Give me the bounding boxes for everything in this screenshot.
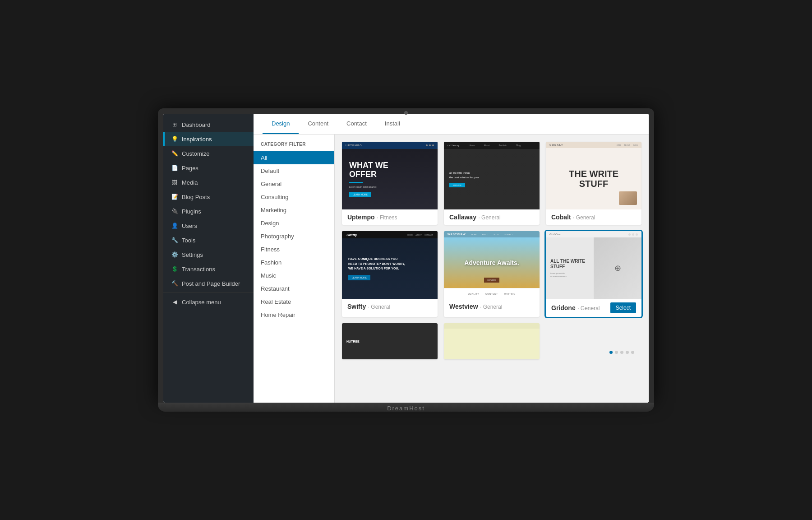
callaway-name: Callaway · General	[449, 213, 501, 221]
screen: ⊞ Dashboard 💡 Inspirations ✏️ Customize …	[163, 114, 649, 403]
sidebar-item-settings[interactable]: ⚙️ Settings	[163, 247, 254, 262]
themes-row-3: NUTREE	[342, 323, 641, 359]
theme-card-partial-2[interactable]	[444, 323, 540, 359]
callaway-info: Callaway · General	[444, 209, 540, 225]
sidebar-item-label: Post and Page Builder	[182, 280, 240, 287]
filter-item-default[interactable]: Default	[254, 164, 334, 177]
sidebar-item-transactions[interactable]: 💲 Transactions	[163, 262, 254, 276]
sidebar-item-dashboard[interactable]: ⊞ Dashboard	[163, 117, 254, 132]
filter-title: CATEGORY FILTER	[254, 142, 334, 151]
sidebar-item-collapse[interactable]: ◀ Collapse menu	[163, 295, 254, 309]
uptempo-nav: UPTEMPO	[342, 142, 438, 149]
gridone-info: Gridone · General Select	[546, 299, 641, 317]
sidebar-item-label: Media	[182, 179, 198, 186]
theme-card-westview[interactable]: WESTVIEW HOME ABOUT BLOG CONTACT Adventu…	[444, 231, 540, 317]
pagination-container	[546, 323, 641, 359]
sidebar-item-label: Collapse menu	[182, 299, 221, 306]
pagination-dot-1[interactable]	[609, 351, 613, 354]
theme-preview-swifty: Swifty HOME ABOUT CONTACT	[342, 231, 438, 299]
laptop-base: DreamHost	[158, 403, 654, 412]
sidebar-item-label: Inspirations	[182, 136, 212, 143]
sidebar-item-users[interactable]: 👤 Users	[163, 218, 254, 233]
users-icon: 👤	[171, 222, 178, 229]
filter-item-home-repair[interactable]: Home Repair	[254, 308, 334, 321]
zoom-icon[interactable]: ⊕	[614, 263, 621, 273]
sidebar-item-post-page-builder[interactable]: 🔨 Post and Page Builder	[163, 276, 254, 291]
filter-item-photography[interactable]: Photography	[254, 230, 334, 243]
sidebar-item-label: Blog Posts	[182, 194, 210, 200]
filter-sidebar: CATEGORY FILTER All Default General Cons…	[254, 135, 335, 403]
plugins-icon: 🔌	[171, 208, 178, 215]
sidebar-item-label: Plugins	[182, 208, 201, 215]
gridone-select-button[interactable]: Select	[610, 302, 636, 313]
sidebar-item-label: Customize	[182, 150, 209, 157]
theme-preview-gridone: Grid One	[546, 231, 641, 299]
filter-item-marketing[interactable]: Marketing	[254, 204, 334, 217]
pagination-dots	[602, 349, 641, 356]
filter-item-all[interactable]: All	[254, 151, 334, 164]
theme-preview-cobalt: COBALT HOME ABOUT BLOG THE WRITEST	[546, 142, 641, 209]
theme-card-callaway[interactable]: callaway Home About Portfolio Blog all t…	[444, 142, 540, 225]
post-page-builder-icon: 🔨	[171, 280, 178, 287]
theme-card-uptempo[interactable]: UPTEMPO WHAT WEOFFER	[342, 142, 438, 225]
collapse-icon: ◀	[171, 298, 178, 306]
filter-item-general[interactable]: General	[254, 177, 334, 190]
pagination-dot-3[interactable]	[620, 351, 623, 354]
settings-icon: ⚙️	[171, 251, 178, 258]
main-content: Design Content Contact Install	[254, 114, 649, 403]
theme-preview-uptempo: UPTEMPO WHAT WEOFFER	[342, 142, 438, 209]
sidebar-item-label: Transactions	[182, 266, 215, 273]
theme-card-partial-1[interactable]: NUTREE	[342, 323, 438, 359]
pagination-dot-5[interactable]	[631, 351, 634, 354]
sidebar-item-label: Users	[182, 223, 197, 229]
sidebar-divider	[163, 292, 254, 293]
westview-info: Westview · General	[444, 299, 540, 314]
theme-preview-callaway: callaway Home About Portfolio Blog all t…	[444, 142, 540, 209]
theme-card-cobalt[interactable]: COBALT HOME ABOUT BLOG THE WRITEST	[546, 142, 641, 225]
adventure-text: Adventure Awaits.	[464, 259, 519, 266]
content-area: CATEGORY FILTER All Default General Cons…	[254, 135, 649, 403]
cobalt-info: Cobalt · General	[546, 209, 641, 225]
sidebar-item-inspirations[interactable]: 💡 Inspirations	[163, 132, 254, 146]
theme-card-gridone[interactable]: Grid One	[546, 231, 641, 317]
sidebar-item-tools[interactable]: 🔧 Tools	[163, 233, 254, 247]
sidebar-item-label: Dashboard	[182, 121, 211, 128]
screen-bezel: ⊞ Dashboard 💡 Inspirations ✏️ Customize …	[158, 108, 654, 403]
sidebar-item-label: Tools	[182, 237, 195, 244]
sidebar-item-media[interactable]: 🖼 Media	[163, 175, 254, 190]
pagination-dot-2[interactable]	[615, 351, 618, 354]
brand-label: DreamHost	[387, 405, 425, 412]
filter-item-real-estate[interactable]: Real Estate	[254, 295, 334, 308]
blog-posts-icon: 📝	[171, 193, 178, 200]
laptop-container: ⊞ Dashboard 💡 Inspirations ✏️ Customize …	[158, 108, 654, 412]
tools-icon: 🔧	[171, 237, 178, 244]
dashboard-icon: ⊞	[171, 121, 178, 128]
tab-contact[interactable]: Contact	[337, 114, 376, 134]
uptempo-hero-text: WHAT WEOFFER	[349, 161, 388, 179]
themes-row-1: UPTEMPO WHAT WEOFFER	[342, 142, 641, 225]
swifty-info: Swifty · General	[342, 299, 438, 314]
gridone-name: Gridone · General	[551, 304, 600, 312]
sidebar-item-pages[interactable]: 📄 Pages	[163, 161, 254, 175]
filter-item-fashion[interactable]: Fashion	[254, 256, 334, 269]
pagination-dot-4[interactable]	[626, 351, 629, 354]
sidebar-item-plugins[interactable]: 🔌 Plugins	[163, 204, 254, 218]
swifty-name: Swifty · General	[347, 302, 390, 311]
tab-design[interactable]: Design	[263, 114, 299, 134]
filter-item-design[interactable]: Design	[254, 217, 334, 230]
filter-item-fitness[interactable]: Fitness	[254, 243, 334, 256]
sidebar-item-blog-posts[interactable]: 📝 Blog Posts	[163, 190, 254, 204]
tab-install[interactable]: Install	[376, 114, 409, 134]
filter-item-consulting[interactable]: Consulting	[254, 190, 334, 204]
uptempo-info: Uptempo · Fitness	[342, 209, 438, 225]
sidebar-item-customize[interactable]: ✏️ Customize	[163, 146, 254, 161]
pages-icon: 📄	[171, 164, 178, 172]
inspirations-icon: 💡	[171, 135, 178, 143]
tab-content[interactable]: Content	[299, 114, 337, 134]
partial-preview-2	[444, 323, 540, 359]
cobalt-name: Cobalt · General	[551, 213, 595, 221]
filter-item-music[interactable]: Music	[254, 269, 334, 282]
theme-card-swifty[interactable]: Swifty HOME ABOUT CONTACT	[342, 231, 438, 317]
tab-bar: Design Content Contact Install	[254, 114, 649, 135]
filter-item-restaurant[interactable]: Restaurant	[254, 282, 334, 295]
